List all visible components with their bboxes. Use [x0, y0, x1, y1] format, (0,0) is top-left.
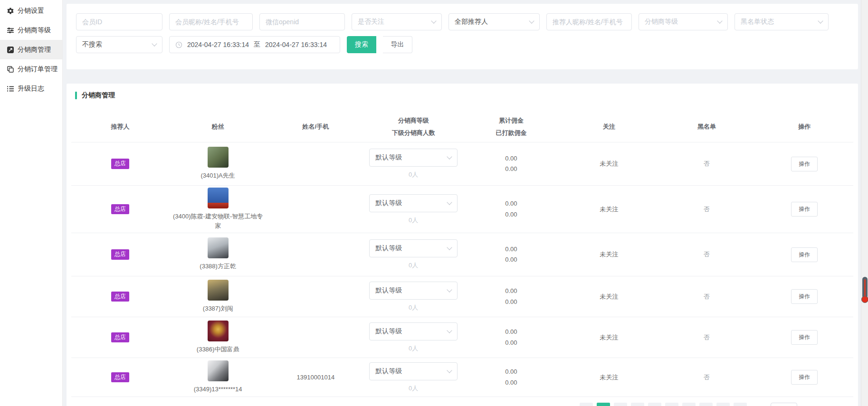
export-button[interactable]: 导出: [383, 36, 412, 53]
fan-cell: (3401)A先生: [169, 147, 267, 180]
pager-page-button-4[interactable]: [648, 403, 661, 406]
level-select-value: 默认等级: [375, 327, 402, 336]
sidebar-item-4[interactable]: 升级日志: [0, 79, 62, 98]
commission-paid: 0.00: [505, 209, 517, 220]
sidebar-item-0[interactable]: 分销设置: [0, 1, 62, 20]
filter-input-2[interactable]: [259, 13, 345, 30]
level-select-value: 默认等级: [375, 244, 402, 253]
sidebar-item-1[interactable]: 分销商等级: [0, 20, 62, 40]
sidebar-item-label: 分销商管理: [18, 46, 51, 54]
row-action-button[interactable]: 操作: [791, 202, 818, 217]
sidebar-item-2[interactable]: 分销商管理: [0, 40, 62, 59]
action-cell: 操作: [755, 370, 853, 385]
filter-input-1[interactable]: [169, 13, 253, 30]
pager-page-button-3[interactable]: [631, 403, 644, 406]
date-range-input[interactable]: 2024-04-27 16:33:14 至 2024-04-27 16:33:1…: [169, 36, 340, 53]
action-cell: 操作: [755, 202, 853, 217]
table-row: 总店(3387)刘闯默认等级0人0.000.00未关注否操作: [71, 276, 853, 317]
filter-panel: 是否关注全部推荐人分销商等级黑名单状态 不搜索 2024-04-27 16:33…: [67, 4, 858, 69]
chevron-down-icon: [152, 41, 157, 46]
table-header-cell-3: 分销商等级下级分销商人数: [364, 114, 462, 139]
blacklist-status: 否: [704, 293, 710, 301]
chevron-down-icon: [447, 245, 452, 250]
search-type-select[interactable]: 不搜索: [76, 36, 162, 53]
follow-status: 未关注: [600, 333, 618, 342]
fan-name: (3349)13*******14: [194, 385, 242, 394]
pager-page-button-1[interactable]: [597, 403, 610, 406]
chevron-down-icon: [431, 18, 436, 23]
pager-page-size-select[interactable]: [771, 403, 797, 406]
sidebar-item-label: 分销商等级: [18, 26, 51, 35]
sub-distributor-count: 0人: [409, 261, 418, 270]
row-action-button[interactable]: 操作: [791, 157, 818, 171]
follow-status: 未关注: [600, 205, 618, 214]
filter-select-6[interactable]: 分销商等级: [639, 13, 728, 30]
table-header-line: 粉丝: [169, 121, 267, 133]
section-accent-bar: [75, 92, 77, 99]
row-action-button[interactable]: 操作: [791, 370, 818, 385]
fan-cell: (3349)13*******14: [169, 360, 267, 394]
commission-cell: 0.000.00: [462, 327, 560, 348]
commission-total: 0.00: [505, 153, 517, 164]
fan-cell: (3388)方正乾: [169, 237, 267, 271]
table-header-line: 推荐人: [71, 121, 169, 133]
level-select-value: 默认等级: [375, 199, 402, 208]
commission-paid: 0.00: [505, 297, 517, 307]
sidebar-item-3[interactable]: 分销订单管理: [0, 59, 62, 79]
level-cell: 默认等级0人: [364, 282, 462, 312]
table-header-cell-5: 关注: [560, 121, 658, 133]
table-header-line: 已打款佣金: [462, 127, 560, 139]
pager-page-button-9[interactable]: [734, 403, 747, 406]
avatar: [208, 360, 229, 381]
avatar: [208, 147, 229, 168]
level-select[interactable]: 默认等级: [369, 194, 458, 212]
row-action-button[interactable]: 操作: [791, 330, 818, 345]
fan-name: (3400)陈霞-建安物联-智慧工地专家: [171, 212, 266, 231]
filter-row-1: 是否关注全部推荐人分销商等级黑名单状态: [76, 13, 849, 30]
pager-page-button-8[interactable]: [716, 403, 730, 406]
copy-icon: [7, 66, 14, 73]
filter-select-3[interactable]: 是否关注: [352, 13, 442, 30]
action-cell: 操作: [755, 330, 853, 345]
filter-input-0[interactable]: [76, 13, 162, 30]
row-action-button[interactable]: 操作: [791, 289, 818, 304]
section-title-row: 分销商管理: [71, 91, 853, 100]
table-row: 总店(3388)方正乾默认等级0人0.000.00未关注否操作: [71, 233, 853, 276]
filter-select-4[interactable]: 全部推荐人: [448, 13, 540, 30]
commission-paid: 0.00: [505, 338, 517, 348]
fan-cell: (3400)陈霞-建安物联-智慧工地专家: [169, 188, 267, 231]
level-select[interactable]: 默认等级: [369, 282, 458, 300]
level-select[interactable]: 默认等级: [369, 149, 458, 167]
level-select[interactable]: 默认等级: [369, 322, 458, 340]
pager-prev-button[interactable]: [580, 403, 593, 406]
blacklist-cell: 否: [658, 373, 756, 382]
blacklist-cell: 否: [658, 205, 756, 214]
pager-page-button-7[interactable]: [699, 403, 713, 406]
list-icon: [7, 85, 14, 93]
table-header-line: 下级分销商人数: [364, 127, 462, 139]
table-header-line: 黑名单: [658, 121, 756, 133]
table-header-cell-4: 累计佣金已打款佣金: [462, 114, 560, 139]
filter-input-5[interactable]: [546, 13, 632, 30]
pager-page-button-6[interactable]: [682, 403, 696, 406]
referrer-badge: 总店: [111, 159, 129, 169]
level-select[interactable]: 默认等级: [369, 362, 458, 380]
level-select-value: 默认等级: [375, 286, 402, 295]
search-button[interactable]: 搜索: [347, 36, 376, 53]
date-separator: 至: [254, 40, 260, 49]
level-select-value: 默认等级: [375, 153, 402, 162]
referrer-cell: 总店: [71, 292, 169, 302]
table-header-line: 关注: [560, 121, 658, 133]
level-select[interactable]: 默认等级: [369, 239, 458, 257]
sidebar-item-label: 分销设置: [18, 7, 44, 15]
blacklist-status: 否: [704, 373, 710, 382]
pager-page-button-2[interactable]: [614, 403, 627, 406]
scroll-thermometer-widget[interactable]: [862, 277, 868, 299]
scrollbar-track[interactable]: [861, 0, 868, 406]
filter-select-7[interactable]: 黑名单状态: [734, 13, 829, 30]
commission-cell: 0.000.00: [462, 286, 560, 307]
pager-page-button-5[interactable]: [665, 403, 678, 406]
sub-distributor-count: 0人: [409, 303, 418, 312]
sub-distributor-count: 0人: [409, 170, 418, 179]
row-action-button[interactable]: 操作: [791, 247, 818, 262]
